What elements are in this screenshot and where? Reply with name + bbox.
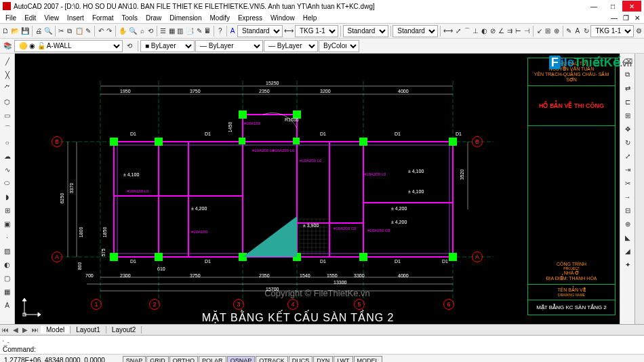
vertical-scrollbar[interactable] [635,54,644,324]
tab-model[interactable]: Model [41,326,71,334]
lineweight-select[interactable]: — ByLayer [264,40,318,52]
dim-continue-button[interactable]: ⊣ [523,25,531,37]
text-style-select[interactable]: Standard [237,25,283,37]
menu-insert[interactable]: Insert [63,14,88,22]
linetype-select[interactable]: — ByLayer [195,40,263,52]
explode-button[interactable]: ✦ [622,258,634,270]
dim-style-2-select[interactable]: TKG 1-1 [590,25,634,37]
dim-aligned-button[interactable]: ⤢ [454,25,462,37]
cut-button[interactable]: ✂ [57,25,65,37]
dim-baseline-button[interactable]: ⊢ [515,25,523,37]
plot-button[interactable]: 🖨 [35,25,43,37]
dim-radius-button[interactable]: ◐ [480,25,488,37]
command-line[interactable]: '_- Command: [0,335,644,354]
doc-restore-button[interactable]: ❐ [620,14,632,22]
redo-button[interactable]: ↷ [106,25,114,37]
tab-first-button[interactable]: ⏮ [0,326,11,334]
circle-button[interactable]: ○ [1,136,14,148]
paste-button[interactable]: 📋 [75,25,84,37]
tab-prev-button[interactable]: ◀ [11,326,20,334]
mirror-button[interactable]: ⇄ [622,82,634,94]
spline-button[interactable]: ∿ [1,163,14,176]
text-style-icon[interactable]: A [228,25,237,37]
dim-edit-button[interactable]: ✎ [565,25,573,37]
break-button[interactable]: ⊟ [622,204,634,216]
ellipse-button[interactable]: ⬭ [1,177,14,189]
tab-layout1[interactable]: Layout1 [71,326,106,334]
menu-format[interactable]: Format [88,14,118,22]
toggle-grid[interactable]: GRID [146,356,169,363]
join-button[interactable]: ⊕ [622,218,634,230]
arc-button[interactable]: ⌒ [1,123,14,135]
menu-window[interactable]: Window [266,14,299,22]
dim-diameter-button[interactable]: ⊘ [489,25,497,37]
menu-tools[interactable]: Tools [118,14,142,22]
properties-button[interactable]: ☰ [159,25,167,37]
toggle-ducs[interactable]: DUCS [289,356,313,363]
doc-minimize-button[interactable]: — [608,14,620,22]
dim-style-manager-button[interactable]: ⚙ [635,25,643,37]
toggle-polar[interactable]: POLAR [199,356,226,363]
toggle-model[interactable]: MODEL [354,356,382,363]
calc-button[interactable]: 🖩 [203,25,212,37]
tolerance-button[interactable]: ⊞ [544,25,552,37]
new-button[interactable]: 🗋 [1,25,9,37]
layer-prev-button[interactable]: ⟲ [123,40,136,52]
gradient-button[interactable]: ◐ [1,258,14,270]
pline-button[interactable]: ⺈ [1,82,14,94]
block-button[interactable]: ▣ [1,218,14,230]
color-select[interactable]: ■ ByLayer [140,40,195,52]
trim-button[interactable]: ✂ [622,177,634,189]
hatch-button[interactable]: ▨ [1,245,14,257]
menu-file[interactable]: File [1,14,20,22]
text-style-2-select[interactable]: Standard [343,25,388,37]
toggle-lwt[interactable]: LWT [334,356,353,363]
open-button[interactable]: 📂 [10,25,20,37]
zoom-window-button[interactable]: ⌕ [138,25,146,37]
scale-button[interactable]: ⤢ [622,150,634,162]
leader-button[interactable]: ↙ [536,25,544,37]
insert-button[interactable]: ⊞ [1,204,14,216]
coordinates[interactable]: 1.2778E+06, 48348.0000, 0.0000 [0,357,109,362]
dim-style-icon[interactable]: ⟷ [283,25,294,37]
zoom-prev-button[interactable]: ⟲ [146,25,155,37]
dim-text-edit-button[interactable]: A [573,25,582,37]
array-button[interactable]: ⊞ [622,109,634,121]
layer-select[interactable]: 🟡 ◉ 🔓 A-WALL [14,40,123,52]
tab-last-button[interactable]: ⏭ [30,326,41,334]
menu-draw[interactable]: Draw [142,14,165,22]
menu-dimension[interactable]: Dimension [165,14,205,22]
toggle-osnap[interactable]: OSNAP [227,356,256,363]
doc-close-button[interactable]: ✕ [632,14,643,22]
sheet-set-button[interactable]: 📑 [185,25,195,37]
center-mark-button[interactable]: ⊕ [552,25,561,37]
menu-express[interactable]: Express [234,14,266,22]
region-button[interactable]: ▢ [1,272,14,284]
pan-button[interactable]: ✋ [118,25,127,37]
menu-edit[interactable]: Edit [20,14,40,22]
command-input[interactable] [38,346,641,353]
design-center-button[interactable]: ▦ [167,25,176,37]
dim-arc-button[interactable]: ⌒ [463,25,471,37]
toggle-ortho[interactable]: ORTHO [169,356,198,363]
dim-style-select[interactable]: TKG 1-1 [295,25,338,37]
extend-button[interactable]: → [622,190,634,203]
copy-obj-button[interactable]: ⧉ [622,68,634,81]
undo-button[interactable]: ↶ [97,25,105,37]
toggle-dyn[interactable]: DYN [313,356,333,363]
dim-angular-button[interactable]: ∠ [498,25,506,37]
point-button[interactable]: · [1,231,14,243]
maximize-button[interactable]: □ [603,1,622,12]
revcloud-button[interactable]: ☁ [1,150,14,162]
mtext-button[interactable]: A [1,299,14,311]
dim-ordinate-button[interactable]: ⊥ [472,25,480,37]
polygon-button[interactable]: ⬡ [1,96,14,108]
line-button[interactable]: ╱ [1,55,14,67]
dim-update-button[interactable]: ↻ [582,25,590,37]
stretch-button[interactable]: ⇥ [622,163,634,176]
copy-button[interactable]: ⧉ [66,25,74,37]
menu-modify[interactable]: Modify [206,14,234,22]
rotate-button[interactable]: ↻ [622,136,634,148]
tool-palette-button[interactable]: ▥ [176,25,184,37]
zoom-button[interactable]: 🔍 [128,25,138,37]
